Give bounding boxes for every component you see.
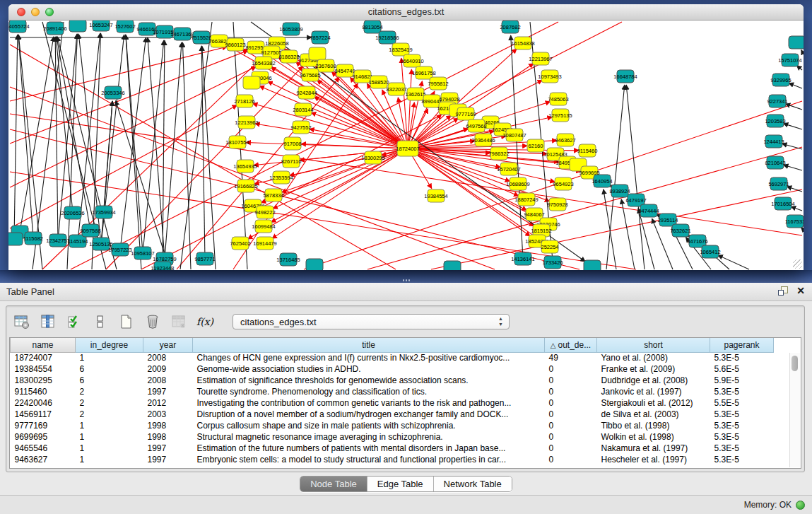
- network-edge[interactable]: [163, 40, 165, 268]
- network-node[interactable]: [306, 259, 323, 270]
- table-vertical-scrollbar[interactable]: [789, 353, 800, 467]
- network-edge[interactable]: [101, 101, 112, 244]
- network-edge[interactable]: [10, 50, 248, 144]
- network-node-label: 7632621: [670, 228, 690, 234]
- network-edge[interactable]: [259, 86, 408, 148]
- network-node-label: 7986322: [488, 151, 509, 157]
- node-table[interactable]: namein_degreeyeartitle△out_de...shortpag…: [9, 337, 801, 469]
- column-header-in_degree[interactable]: in_degree: [76, 338, 143, 352]
- table-cell: de Silva et al. (2003): [597, 409, 710, 420]
- table-cell: 1: [76, 352, 143, 363]
- network-edge[interactable]: [18, 35, 33, 238]
- network-edge[interactable]: [801, 50, 802, 52]
- panel-splitter-handle[interactable]: [402, 279, 411, 282]
- clear-selection-icon[interactable]: [92, 313, 109, 330]
- table-cell: 9465546: [11, 443, 76, 454]
- network-edge[interactable]: [785, 104, 802, 110]
- table-tab-bar: Node Table Edge Table Network Table: [0, 476, 812, 493]
- table-cell: 22420046: [11, 397, 76, 409]
- network-node[interactable]: [309, 47, 326, 60]
- network-node[interactable]: [444, 261, 461, 270]
- network-edge[interactable]: [782, 144, 802, 149]
- tab-network-table[interactable]: Network Table: [434, 477, 512, 491]
- network-node[interactable]: [8, 233, 23, 245]
- table-row[interactable]: 977716911998Corpus callosum shape and si…: [11, 420, 774, 431]
- tab-edge-table[interactable]: Edge Table: [367, 477, 434, 491]
- network-node-label: 17957223: [108, 247, 131, 253]
- dropdown-stepper-icon: ▲▼: [498, 316, 503, 327]
- network-edge[interactable]: [791, 206, 802, 211]
- network-edge[interactable]: [638, 209, 654, 269]
- network-node-label: 16961758: [412, 70, 435, 76]
- network-edge[interactable]: [511, 35, 523, 259]
- network-node-label: 11923448: [151, 265, 175, 271]
- delete-column-icon[interactable]: [144, 313, 161, 330]
- network-node-label: 2935114: [658, 217, 678, 223]
- network-canvas[interactable]: 1405572420891406106532471527602946616010…: [8, 21, 804, 270]
- network-node[interactable]: [69, 21, 86, 32]
- network-edge[interactable]: [20, 37, 54, 232]
- table-row[interactable]: 946554611997Estimation of the future num…: [11, 443, 774, 454]
- column-visibility-icon[interactable]: [40, 313, 57, 330]
- table-cell: Estimation of the future numbers of pati…: [193, 443, 545, 454]
- new-column-icon[interactable]: [118, 313, 135, 330]
- network-node-label: 6497568: [466, 123, 486, 129]
- network-node-label: 7485063: [548, 96, 568, 103]
- network-edge[interactable]: [783, 124, 802, 129]
- scrollbar-thumb[interactable]: [792, 356, 798, 371]
- network-node-label: 18300295: [361, 155, 384, 161]
- table-row[interactable]: 969969511998Structural magnetic resonanc…: [11, 431, 774, 443]
- network-node[interactable]: [789, 36, 804, 49]
- select-all-icon[interactable]: [66, 313, 83, 330]
- network-node-label: 917008: [283, 141, 301, 147]
- network-window[interactable]: citations_edges.txt 14055724208914061065…: [8, 4, 804, 270]
- column-header-pagerank[interactable]: pagerank: [710, 338, 774, 352]
- table-row[interactable]: 1872400712008Changes of HCN gene express…: [11, 352, 774, 363]
- table-cell: 1: [76, 420, 143, 431]
- column-header-year[interactable]: year: [143, 338, 193, 352]
- network-edge[interactable]: [182, 42, 191, 269]
- network-edge[interactable]: [789, 83, 802, 88]
- network-node-label: 10973493: [538, 74, 561, 80]
- table-row[interactable]: 946362711997Embryonic stem cells: a mode…: [11, 454, 774, 465]
- function-builder-icon[interactable]: f(x): [196, 313, 213, 330]
- network-view[interactable]: 1405572420891406106532471527602946616010…: [8, 21, 804, 270]
- delete-table-icon[interactable]: [170, 313, 187, 330]
- network-edge[interactable]: [126, 35, 143, 253]
- column-header-out_de[interactable]: △out_de...: [545, 338, 597, 352]
- network-node[interactable]: [243, 76, 260, 89]
- table-header-row[interactable]: namein_degreeyeartitle△out_de...shortpag…: [11, 338, 774, 352]
- tab-node-table[interactable]: Node Table: [300, 477, 367, 491]
- table-cell: 6: [76, 375, 143, 386]
- network-edge[interactable]: [431, 189, 802, 269]
- window-resize-grip[interactable]: [793, 259, 802, 269]
- network-edge[interactable]: [10, 114, 802, 235]
- network-window-titlebar[interactable]: citations_edges.txt: [8, 4, 804, 21]
- table-settings-icon[interactable]: [13, 313, 30, 330]
- network-edge[interactable]: [14, 35, 18, 239]
- column-header-short[interactable]: short: [597, 338, 710, 352]
- table-row[interactable]: 1830029562008Estimation of significance …: [11, 375, 774, 386]
- network-node-label: 1640954: [592, 178, 612, 185]
- column-header-name[interactable]: name: [11, 338, 76, 352]
- close-panel-icon[interactable]: ✕: [796, 286, 805, 296]
- network-edge[interactable]: [180, 22, 212, 269]
- table-row[interactable]: 1938455462009Genome-wide association stu…: [11, 363, 774, 375]
- table-cell: Disruption of a novel member of a sodium…: [193, 409, 545, 420]
- network-node-label: 9750928: [547, 201, 567, 208]
- network-node-label: 1588520: [368, 79, 389, 86]
- table-row[interactable]: 1456911722003Disruption of a novel membe…: [11, 409, 774, 420]
- table-selector-dropdown[interactable]: citations_edges.txt ▲▼: [233, 314, 510, 329]
- table-row[interactable]: 911546021997Tourette syndrome. Phenomeno…: [11, 386, 774, 397]
- network-edge[interactable]: [718, 255, 749, 269]
- table-panel-header[interactable]: Table Panel ✕: [0, 283, 812, 301]
- network-node[interactable]: [584, 260, 601, 270]
- network-node-label: 7857224: [310, 35, 330, 41]
- float-panel-icon[interactable]: [778, 286, 788, 296]
- table-row[interactable]: 2242004622012Investigating the contribut…: [11, 397, 774, 409]
- network-node-label: 9860123: [225, 42, 245, 48]
- table-cell: 1: [76, 454, 143, 465]
- network-node-label: 2087682: [500, 24, 520, 30]
- network-edge[interactable]: [784, 165, 802, 170]
- column-header-title[interactable]: title: [193, 338, 545, 352]
